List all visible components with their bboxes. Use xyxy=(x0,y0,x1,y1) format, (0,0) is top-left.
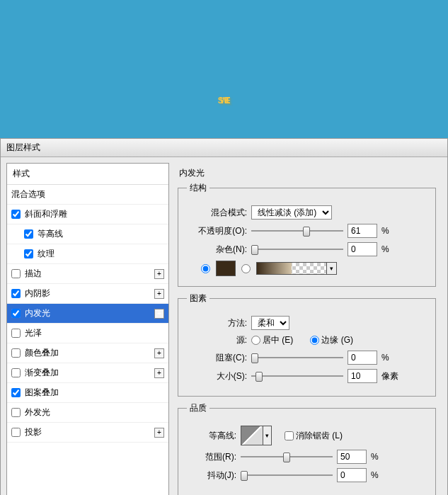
elements-group: 图素 方法: 柔和 源: 居中 (E) 边缘 (G) 阻塞(C): % xyxy=(178,292,436,397)
style-label: 投影 xyxy=(25,426,42,438)
style-checkbox[interactable] xyxy=(11,408,21,417)
style-label: 内阴影 xyxy=(25,288,50,300)
jitter-slider[interactable] xyxy=(241,470,333,481)
contour-picker[interactable] xyxy=(241,426,263,445)
noise-slider[interactable] xyxy=(251,244,343,255)
opacity-slider[interactable] xyxy=(251,225,343,237)
style-checkbox[interactable] xyxy=(24,249,33,258)
style-label: 颜色叠加 xyxy=(25,347,59,359)
source-edge-radio[interactable]: 边缘 (G) xyxy=(310,334,353,346)
gradient-radio[interactable] xyxy=(241,264,251,273)
style-item-图案叠加[interactable]: 图案叠加 xyxy=(7,383,168,403)
style-label: 纹理 xyxy=(38,248,54,260)
blend-options-item[interactable]: 混合选项 xyxy=(7,185,168,205)
opacity-label: 不透明度(O): xyxy=(187,225,247,237)
quality-legend: 品质 xyxy=(187,402,209,414)
add-icon[interactable]: + xyxy=(154,269,164,279)
style-item-投影[interactable]: 投影+ xyxy=(7,423,168,443)
contour-dropdown[interactable]: ▾ xyxy=(263,426,272,445)
effect-title: 内发光 xyxy=(179,167,436,179)
color-swatch[interactable] xyxy=(216,261,236,276)
pct-unit: % xyxy=(381,226,400,236)
style-label: 光泽 xyxy=(25,327,42,339)
preview-text: SWEET xyxy=(218,12,231,127)
style-label: 内发光 xyxy=(25,307,50,319)
technique-label: 方法: xyxy=(187,317,247,329)
noise-input[interactable] xyxy=(348,242,377,256)
style-item-内发光[interactable]: 内发光+ xyxy=(7,304,168,324)
dialog-title-bar[interactable]: 图层样式 xyxy=(1,139,447,157)
jitter-label: 抖动(J): xyxy=(187,470,236,482)
choke-label: 阻塞(C): xyxy=(187,352,247,364)
source-label: 源: xyxy=(187,334,247,346)
contour-label: 等高线: xyxy=(187,430,236,442)
style-label: 斜面和浮雕 xyxy=(25,208,67,220)
opacity-input[interactable] xyxy=(348,224,377,238)
style-label: 描边 xyxy=(25,268,42,280)
style-item-等高线[interactable]: 等高线 xyxy=(7,224,168,244)
style-checkbox[interactable] xyxy=(11,348,21,358)
range-slider[interactable] xyxy=(241,451,333,462)
style-checkbox[interactable] xyxy=(11,309,21,318)
style-checkbox[interactable] xyxy=(11,368,21,377)
style-item-纹理[interactable]: 纹理 xyxy=(7,244,168,264)
solid-color-radio[interactable] xyxy=(201,264,210,273)
style-label: 渐变叠加 xyxy=(25,367,59,379)
add-icon[interactable]: + xyxy=(154,289,164,299)
jitter-input[interactable] xyxy=(337,468,367,482)
gradient-dropdown[interactable]: ▾ xyxy=(327,262,337,275)
style-checkbox[interactable] xyxy=(24,229,33,239)
source-center-radio[interactable]: 居中 (E) xyxy=(251,334,293,346)
range-label: 范围(R): xyxy=(187,451,236,463)
style-label: 图案叠加 xyxy=(25,387,59,399)
style-item-外发光[interactable]: 外发光 xyxy=(7,403,168,423)
style-checkbox[interactable] xyxy=(11,210,21,219)
styles-header[interactable]: 样式 xyxy=(7,164,168,185)
style-label: 等高线 xyxy=(38,228,63,240)
size-input[interactable] xyxy=(348,369,377,383)
style-checkbox[interactable] xyxy=(11,388,21,397)
style-item-内阴影[interactable]: 内阴影+ xyxy=(7,284,168,304)
style-checkbox[interactable] xyxy=(11,269,21,278)
add-icon[interactable]: + xyxy=(154,428,164,438)
choke-slider[interactable] xyxy=(251,352,343,363)
style-item-描边[interactable]: 描边+ xyxy=(7,264,168,284)
add-icon[interactable]: + xyxy=(154,368,164,378)
structure-group: 结构 混合模式: 线性减淡 (添加) 不透明度(O): % 杂色(N): % xyxy=(178,182,436,287)
style-item-斜面和浮雕[interactable]: 斜面和浮雕 xyxy=(7,205,168,224)
technique-select[interactable]: 柔和 xyxy=(251,316,289,330)
style-item-渐变叠加[interactable]: 渐变叠加+ xyxy=(7,363,168,383)
blend-mode-label: 混合模式: xyxy=(187,207,247,219)
style-item-颜色叠加[interactable]: 颜色叠加+ xyxy=(7,343,168,363)
range-input[interactable] xyxy=(337,450,367,464)
quality-group: 品质 等高线: ▾ 消除锯齿 (L) 范围(R): % xyxy=(178,402,436,495)
effect-settings: 内发光 结构 混合模式: 线性减淡 (添加) 不透明度(O): % 杂色(N): xyxy=(172,163,442,495)
size-slider[interactable] xyxy=(251,370,343,382)
gradient-swatch[interactable] xyxy=(256,262,327,275)
add-icon[interactable]: + xyxy=(154,309,164,319)
preview-canvas: SWEET xyxy=(0,0,448,138)
antialias-checkbox[interactable]: 消除锯齿 (L) xyxy=(285,430,343,442)
choke-input[interactable] xyxy=(348,351,377,365)
style-checkbox[interactable] xyxy=(11,428,21,437)
add-icon[interactable]: + xyxy=(154,348,164,358)
structure-legend: 结构 xyxy=(187,182,209,194)
style-checkbox[interactable] xyxy=(11,289,21,298)
style-checkbox[interactable] xyxy=(11,329,21,338)
noise-label: 杂色(N): xyxy=(187,244,247,256)
styles-list: 样式 混合选项 斜面和浮雕等高线纹理描边+内阴影+内发光+光泽颜色叠加+渐变叠加… xyxy=(6,163,169,495)
style-label: 外发光 xyxy=(25,406,50,419)
elements-legend: 图素 xyxy=(187,292,209,305)
layer-style-dialog: 图层样式 样式 混合选项 斜面和浮雕等高线纹理描边+内阴影+内发光+光泽颜色叠加… xyxy=(0,138,448,495)
style-item-光泽[interactable]: 光泽 xyxy=(7,324,168,343)
blend-mode-select[interactable]: 线性减淡 (添加) xyxy=(251,205,332,220)
size-label: 大小(S): xyxy=(187,370,247,382)
